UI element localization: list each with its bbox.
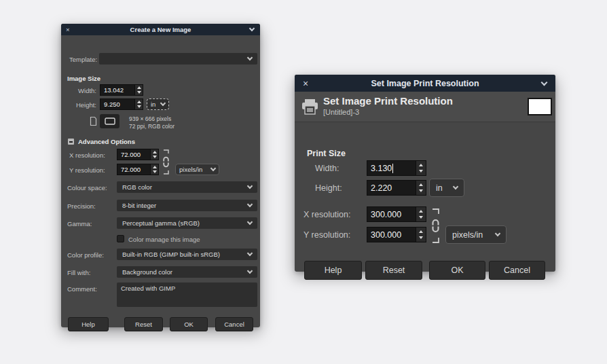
x-resolution-input[interactable]: 300.000: [367, 206, 426, 222]
resolution-unit-dropdown[interactable]: pixels/in: [175, 164, 219, 175]
height-input[interactable]: 9.250: [100, 98, 143, 110]
create-new-image-dialog: × Create a New Image Template: Image Siz…: [61, 24, 260, 327]
image-size-heading: Image Size: [67, 75, 100, 82]
spin-up-icon[interactable]: [419, 183, 423, 186]
cancel-button[interactable]: Cancel: [215, 317, 253, 331]
fill-with-dropdown[interactable]: Background color: [117, 266, 257, 278]
x-resolution-spinner[interactable]: [150, 149, 158, 160]
size-unit-dropdown[interactable]: in: [147, 98, 169, 110]
help-button[interactable]: Help: [304, 261, 362, 280]
height-spinner[interactable]: [134, 99, 143, 109]
spin-down-icon[interactable]: [419, 236, 423, 239]
x-resolution-spinner[interactable]: [416, 207, 426, 221]
size-info-pixels: 939 × 666 pixels: [129, 115, 171, 123]
size-unit-dropdown[interactable]: in: [429, 179, 464, 197]
colour-space-value: RGB color: [122, 183, 152, 191]
spin-up-icon[interactable]: [419, 230, 423, 233]
spin-up-icon[interactable]: [137, 101, 141, 103]
color-manage-checkbox[interactable]: [117, 235, 124, 242]
close-icon[interactable]: ×: [66, 26, 70, 33]
chevron-down-icon: [247, 268, 253, 274]
spin-down-icon[interactable]: [153, 170, 157, 173]
height-label: Height:: [69, 101, 96, 109]
height-label: Height:: [315, 183, 342, 193]
width-text: 3.130: [371, 164, 392, 173]
template-dropdown[interactable]: [99, 53, 257, 65]
spin-down-icon[interactable]: [419, 170, 423, 172]
spin-up-icon[interactable]: [153, 166, 157, 168]
height-value: 9.250: [100, 99, 134, 109]
width-label: Width:: [69, 87, 96, 94]
spin-down-icon[interactable]: [419, 189, 423, 192]
y-resolution-input[interactable]: 300.000: [367, 227, 426, 242]
print-resolution-dialog: × Set Image Print Resolution Set Image P…: [295, 75, 555, 272]
spin-down-icon[interactable]: [137, 91, 141, 94]
spin-up-icon[interactable]: [137, 86, 141, 89]
landscape-orientation-button[interactable]: [100, 114, 119, 128]
ok-button[interactable]: OK: [170, 317, 208, 331]
spin-down-icon[interactable]: [137, 105, 141, 108]
chevron-down-icon: [160, 101, 166, 106]
spin-down-icon[interactable]: [153, 156, 157, 158]
comment-textarea[interactable]: Created with GIMP: [117, 283, 257, 307]
cancel-button[interactable]: Cancel: [489, 261, 545, 280]
chevron-down-icon: [247, 251, 253, 256]
spin-up-icon[interactable]: [153, 151, 157, 153]
color-manage-label: Color manage this image: [128, 236, 200, 243]
chevron-down-icon: [495, 231, 500, 236]
comment-label: Comment:: [67, 285, 97, 293]
height-spinner[interactable]: [416, 181, 426, 195]
width-spinner[interactable]: [134, 85, 143, 95]
width-label: Width:: [315, 164, 339, 173]
x-resolution-input[interactable]: 72.000: [117, 149, 159, 160]
y-resolution-input[interactable]: 72.000: [117, 164, 159, 175]
color-profile-value: Built-in RGB (GIMP built-in sRGB): [122, 251, 220, 258]
width-value: 3.130: [367, 161, 416, 175]
size-unit-value: in: [151, 101, 155, 108]
gamma-label: Gamma:: [67, 220, 92, 228]
text-caret: [392, 164, 393, 173]
new-image-body: Template: Image Size Width: 13.042 Heigh…: [61, 35, 260, 327]
chevron-down-icon: [210, 166, 216, 171]
gamma-value: Perceptual gamma (sRGB): [122, 219, 200, 227]
color-profile-label: Color profile:: [67, 251, 104, 259]
y-resolution-label: Y resolution:: [69, 166, 105, 174]
advanced-options-heading[interactable]: Advanced Options: [78, 138, 135, 145]
width-input[interactable]: 13.042: [100, 84, 143, 96]
dialog-title: Set Image Print Resolution: [295, 79, 555, 88]
y-resolution-spinner[interactable]: [150, 164, 158, 175]
gamma-dropdown[interactable]: Perceptual gamma (sRGB): [117, 217, 257, 229]
spin-up-icon[interactable]: [419, 164, 423, 166]
reset-button[interactable]: Reset: [124, 317, 163, 331]
x-resolution-label: X resolution:: [69, 151, 105, 159]
ok-button[interactable]: OK: [429, 261, 485, 280]
chain-link-icon[interactable]: [429, 207, 441, 247]
x-resolution-label: X resolution:: [304, 210, 350, 219]
close-icon[interactable]: ×: [303, 78, 308, 89]
x-resolution-value: 300.000: [367, 207, 416, 221]
fill-with-label: Fill with:: [67, 269, 90, 276]
width-input[interactable]: 3.130: [367, 160, 426, 176]
color-profile-dropdown[interactable]: Built-in RGB (GIMP built-in sRGB): [117, 249, 257, 260]
template-label: Template:: [69, 56, 97, 63]
print-resolution-body: Print Size Width: 3.130 Height: 2.220 in…: [295, 92, 555, 272]
dialog-title: Create a New Image: [61, 26, 260, 33]
width-spinner[interactable]: [416, 161, 426, 175]
precision-dropdown[interactable]: 8-bit integer: [117, 200, 257, 211]
spin-up-icon[interactable]: [419, 210, 423, 213]
size-info-detail: 72 ppi, RGB color: [129, 123, 174, 130]
y-resolution-spinner[interactable]: [416, 228, 426, 242]
reset-button[interactable]: Reset: [365, 261, 422, 280]
portrait-orientation-icon[interactable]: [90, 116, 97, 128]
colour-space-dropdown[interactable]: RGB color: [117, 181, 257, 193]
new-image-titlebar: × Create a New Image: [61, 24, 260, 35]
chevron-down-icon: [247, 55, 253, 60]
print-resolution-titlebar: × Set Image Print Resolution: [295, 75, 555, 92]
resolution-unit-dropdown[interactable]: pixels/in: [445, 225, 507, 244]
chain-link-icon[interactable]: [161, 149, 170, 177]
help-button[interactable]: Help: [68, 317, 109, 331]
spin-down-icon[interactable]: [419, 216, 423, 219]
height-input[interactable]: 2.220: [367, 180, 426, 196]
collapse-advanced-icon[interactable]: [68, 139, 74, 145]
precision-value: 8-bit integer: [122, 202, 156, 209]
